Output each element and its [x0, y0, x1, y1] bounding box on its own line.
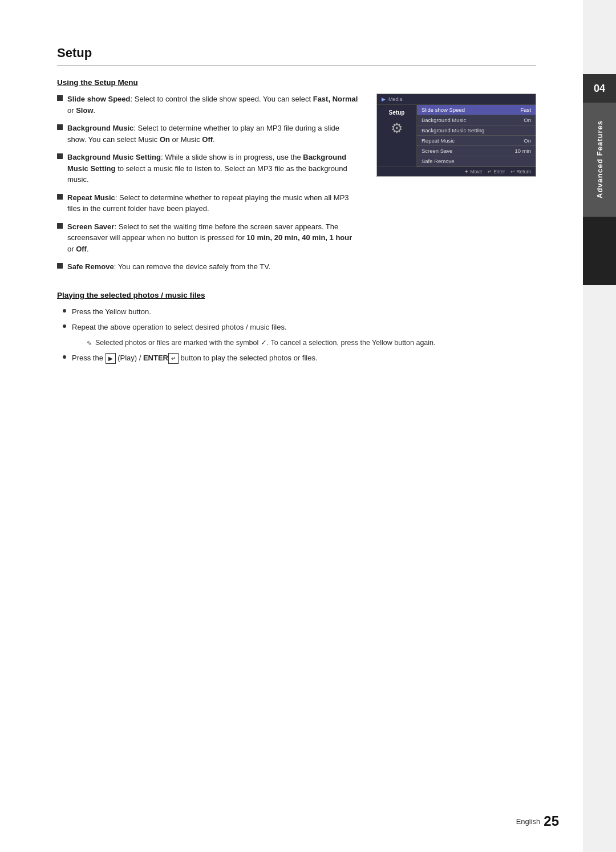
footer-enter: ↵ Enter [488, 169, 505, 175]
sidebar-dark-block [583, 217, 616, 285]
screen-header: ▶ Media [377, 94, 536, 105]
note-icon: ✎ [87, 339, 92, 348]
playing-item-text: Press the Yellow button. [72, 306, 151, 318]
bullet-icon [57, 153, 63, 159]
screen-left-panel: Setup ⚙ [377, 105, 417, 167]
sidebar: 04 Advanced Features [583, 0, 616, 852]
dot-bullet-icon [63, 324, 66, 328]
playing-item-2: Repeat the above operation to select des… [63, 322, 536, 333]
page-content: Setup Using the Setup Menu Slide show Sp… [0, 0, 582, 852]
menu-item-value: Fast [521, 107, 531, 113]
dot-bullet-icon [63, 355, 66, 359]
footer-language: English [516, 817, 541, 826]
bullet-icon [57, 223, 63, 229]
screen-setup-label: Setup [389, 109, 405, 116]
bullet-item-bgmusic: Background Music: Select to determine wh… [57, 123, 359, 145]
chapter-title: Advanced Features [583, 103, 616, 217]
menu-item-value: On [524, 137, 531, 144]
bullet-text: Background Music: Select to determine wh… [67, 123, 359, 145]
screen-mockup-container: ▶ Media Setup ⚙ Slide show Speed Fast [376, 94, 536, 279]
bullet-text: Slide show Speed: Select to control the … [67, 94, 359, 116]
footer-return: ↩ Return [510, 169, 531, 175]
dot-bullet-icon [63, 309, 66, 313]
menu-item-label: Safe Remove [422, 158, 455, 164]
bullet-icon [57, 124, 63, 130]
screen-body: Setup ⚙ Slide show Speed Fast Background… [377, 105, 536, 167]
playing-note: ✎ Selected photos or files are marked wi… [72, 338, 536, 348]
playing-section-heading: Playing the selected photos / music file… [57, 291, 536, 299]
footer-page-number: 25 [544, 813, 559, 829]
bullet-text: Repeat Music: Select to determine whethe… [67, 192, 359, 214]
page-footer: English 25 [516, 813, 559, 829]
setup-section-heading: Using the Setup Menu [57, 78, 536, 87]
screen-footer: ✦ Move ↵ Enter ↩ Return [377, 167, 536, 176]
media-icon: ▶ [382, 96, 386, 102]
menu-item-saferemove: Safe Remove [417, 156, 536, 167]
menu-item-repeatmusic: Repeat Music On [417, 136, 536, 146]
playing-item-1: Press the Yellow button. [63, 306, 536, 318]
menu-item-label: Background Music [422, 117, 466, 123]
menu-item-bgmusicsetting: Background Music Setting [417, 125, 536, 136]
menu-item-slideshow: Slide show Speed Fast [417, 105, 536, 115]
playing-section: Playing the selected photos / music file… [57, 291, 536, 364]
gear-icon: ⚙ [391, 120, 403, 136]
bullet-list-container: Slide show Speed: Select to control the … [57, 94, 359, 279]
menu-item-value: On [524, 117, 531, 123]
bullet-icon [57, 95, 63, 101]
setup-bullet-list: Slide show Speed: Select to control the … [57, 94, 359, 273]
note-line: ✎ Selected photos or files are marked wi… [87, 338, 536, 348]
bullet-item-saferemove: Safe Remove: You can remove the device s… [57, 261, 359, 273]
footer-move: ✦ Move [464, 169, 482, 175]
enter-button-symbol: ↵ [168, 353, 179, 364]
menu-item-bgmusic: Background Music On [417, 115, 536, 125]
main-columns: Slide show Speed: Select to control the … [57, 94, 536, 279]
bullet-text: Background Music Setting: While a slide … [67, 152, 359, 185]
note-text: Selected photos or files are marked with… [95, 338, 436, 348]
play-button-symbol: ▶ [106, 353, 116, 364]
bullet-icon [57, 194, 63, 200]
playing-item-text: Press the ▶ (Play) / ENTER↵ button to pl… [72, 352, 318, 364]
bullet-item-screensaver: Screen Saver: Select to set the waiting … [57, 221, 359, 255]
chapter-number: 04 [583, 74, 616, 103]
menu-item-screensave: Screen Save 10 min [417, 146, 536, 156]
bullet-text: Screen Saver: Select to set the waiting … [67, 221, 359, 255]
playing-item-text: Repeat the above operation to select des… [72, 322, 287, 333]
bullet-text: Safe Remove: You can remove the device s… [67, 261, 359, 273]
playing-item-3: Press the ▶ (Play) / ENTER↵ button to pl… [63, 352, 536, 364]
bullet-item-bgmusicsetting: Background Music Setting: While a slide … [57, 152, 359, 185]
menu-item-label: Slide show Speed [422, 107, 465, 113]
screen-menu: Slide show Speed Fast Background Music O… [417, 105, 536, 167]
bullet-icon [57, 263, 63, 269]
bullet-item-slideshow: Slide show Speed: Select to control the … [57, 94, 359, 116]
media-label: Media [388, 96, 403, 102]
screen-mockup: ▶ Media Setup ⚙ Slide show Speed Fast [376, 94, 536, 177]
menu-item-label: Screen Save [422, 148, 452, 154]
bullet-item-repeatmusic: Repeat Music: Select to determine whethe… [57, 192, 359, 214]
menu-item-value: 10 min [514, 148, 531, 154]
menu-item-label: Background Music Setting [422, 127, 484, 133]
page-title: Setup [57, 46, 536, 66]
menu-item-label: Repeat Music [422, 137, 455, 144]
playing-dot-list: Press the Yellow button. Repeat the abov… [63, 306, 536, 364]
